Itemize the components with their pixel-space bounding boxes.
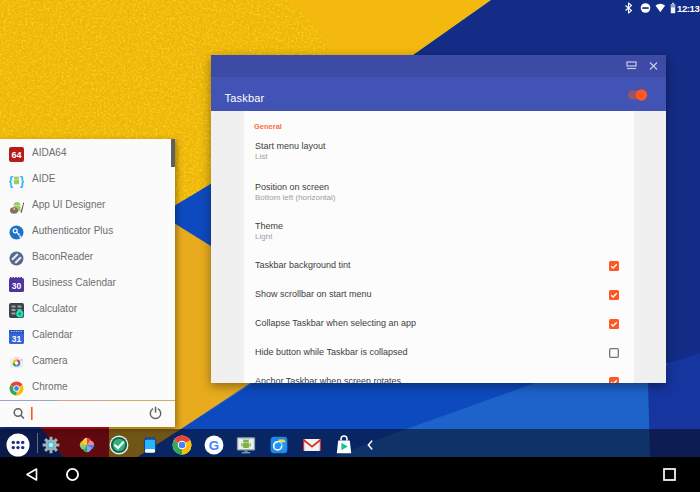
- svg-text:G: G: [209, 437, 219, 452]
- svg-text:}: }: [20, 173, 24, 187]
- svg-text:{: {: [9, 173, 14, 187]
- svg-text:31: 31: [12, 333, 22, 343]
- svg-text:30: 30: [12, 280, 22, 290]
- svg-text:64: 64: [11, 150, 21, 160]
